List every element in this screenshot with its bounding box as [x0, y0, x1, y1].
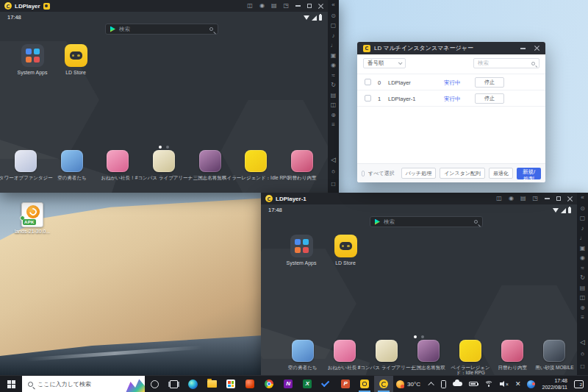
your-phone-icon[interactable] — [441, 380, 446, 388]
microsoft-store-button[interactable] — [221, 376, 240, 392]
dock-app[interactable]: 日替わり内室 — [279, 150, 325, 182]
app-icon[interactable] — [501, 340, 523, 362]
screenshot-icon[interactable]: ▣ — [580, 246, 586, 252]
volume-down-icon[interactable]: ♩ — [331, 43, 337, 49]
fullscreen-icon[interactable]: ▢ — [331, 23, 337, 29]
menu-icon[interactable]: ▤ — [520, 196, 526, 202]
stop-button[interactable]: 停止 — [475, 93, 504, 104]
colored-sphere-icon[interactable] — [527, 380, 535, 388]
instance-row[interactable]: 1 LDPlayer-1 実行中 停止 — [357, 90, 545, 107]
screen-record-icon[interactable]: ◉ — [331, 63, 336, 68]
ld-store-app[interactable]: LD Store — [54, 44, 98, 75]
network-icon[interactable] — [484, 381, 493, 388]
minimize-button[interactable] — [545, 198, 550, 199]
system-apps-folder[interactable]: System Apps — [279, 235, 323, 266]
rotate-icon[interactable]: ↻ — [331, 82, 336, 88]
app-icon[interactable] — [459, 340, 481, 362]
taskbar-clock[interactable]: 17:48 2022/08/11 — [542, 378, 567, 391]
app-icon[interactable] — [417, 340, 440, 362]
record-icon[interactable]: ◉ — [259, 3, 265, 9]
app-icon[interactable] — [61, 150, 83, 172]
maximize-button[interactable] — [307, 4, 312, 8]
shake-icon[interactable]: ≈ — [581, 266, 584, 271]
batch-process-button[interactable]: バッチ処理 — [401, 168, 437, 179]
file-explorer-button[interactable] — [202, 376, 221, 392]
screenshot-icon[interactable]: ▣ — [331, 53, 337, 59]
multi-window-icon[interactable]: ◫ — [331, 102, 337, 108]
keyboard-icon[interactable]: ▤ — [331, 93, 337, 99]
apk-install-icon[interactable]: ⊕ — [580, 305, 585, 311]
gift-icon[interactable] — [43, 3, 50, 10]
ld-store-app[interactable]: LD Store — [323, 235, 368, 266]
dock-app[interactable]: おねがい社長！ — [95, 150, 141, 182]
dock-app[interactable]: タワーオブファンタジー — [3, 150, 49, 182]
sort-dropdown[interactable]: 番号順 — [363, 58, 406, 68]
fullscreen-icon[interactable]: ▢ — [580, 215, 586, 221]
rotate-icon[interactable]: ↻ — [580, 275, 585, 281]
onedrive-icon[interactable] — [453, 382, 462, 386]
nav-back-icon[interactable]: ◁ — [331, 157, 336, 163]
nav-recents-icon[interactable]: □ — [331, 181, 335, 188]
ld-store-icon[interactable] — [334, 235, 357, 257]
row-checkbox[interactable] — [365, 79, 371, 85]
record-icon[interactable]: ◉ — [509, 196, 514, 202]
app-icon[interactable] — [245, 150, 267, 172]
edge-button[interactable] — [183, 376, 202, 392]
dock-app[interactable]: ベイラーレジェンド：Idle RPG — [233, 150, 279, 182]
close-button[interactable] — [318, 4, 323, 9]
todo-button[interactable] — [317, 376, 336, 392]
nav-home-icon[interactable]: ○ — [581, 351, 584, 357]
weather-widget[interactable]: 30°C — [393, 380, 423, 388]
ld-store-icon[interactable] — [65, 44, 87, 67]
volume-up-icon[interactable]: ♪ — [332, 33, 335, 39]
volume-down-icon[interactable]: ♩ — [580, 235, 586, 241]
action-center-button[interactable]: 2 — [574, 380, 584, 388]
volume-muted-icon[interactable]: × — [500, 381, 509, 388]
minimize-button[interactable] — [295, 5, 301, 7]
close-button[interactable] — [534, 46, 539, 51]
window2-titlebar[interactable]: LDPlayer-1 ◫ ◉ ▤ ◳ — [261, 193, 577, 204]
dock-app[interactable]: 黒い砂漠 MOBILE — [534, 340, 576, 375]
more-icon[interactable]: ≡ — [331, 122, 335, 128]
excel-button[interactable]: X — [298, 376, 317, 392]
play-search-bar[interactable]: 検索 — [370, 216, 483, 227]
system-apps-icon[interactable] — [290, 235, 313, 257]
app-icon[interactable] — [292, 340, 314, 362]
row-checkbox[interactable] — [365, 95, 371, 101]
more-icon[interactable]: ≡ — [581, 315, 584, 321]
office-button[interactable] — [240, 376, 259, 392]
manager-search-input[interactable]: 検索 — [473, 58, 539, 68]
dock-app[interactable]: 空の勇者たち — [49, 150, 96, 182]
dock-app[interactable]: 日替わり内室 — [492, 340, 534, 375]
menu-icon[interactable]: ▤ — [271, 3, 277, 9]
keyboard-icon[interactable]: ▤ — [580, 285, 586, 291]
app-icon[interactable] — [291, 150, 313, 172]
settings-icon[interactable]: ⊙ — [580, 206, 585, 212]
app-icon[interactable] — [199, 150, 221, 172]
taskbar-search-box[interactable]: ここに入力して検索 — [22, 376, 145, 392]
dock-app[interactable]: 三国志名将無双 — [407, 340, 449, 375]
maximize-button[interactable] — [556, 196, 561, 201]
apk-file-shortcut[interactable]: APK lands-21-30.0... — [9, 202, 56, 234]
dock-app[interactable]: 空の勇者たち — [282, 340, 323, 375]
app-icon[interactable] — [334, 340, 356, 362]
apk-install-icon[interactable]: ⊕ — [331, 113, 336, 118]
dock-app[interactable]: #コンパス ライブアリーナ — [365, 340, 407, 375]
new-clone-button[interactable]: 新規/複製 — [517, 168, 541, 179]
window1-titlebar[interactable]: LDPlayer ◫ ◉ ▤ ◳ — [0, 0, 328, 12]
arrange-instances-button[interactable]: インスタン配列 — [440, 168, 485, 179]
multi-instance-icon[interactable]: ◫ — [247, 3, 253, 9]
start-button[interactable] — [0, 376, 22, 392]
hidden-icons-chevron[interactable] — [428, 382, 434, 388]
app-icon[interactable] — [376, 340, 398, 362]
x-tray-icon[interactable]: ✕ — [515, 381, 521, 388]
collapse-sidebar-icon[interactable]: « — [581, 194, 584, 202]
multi-window-icon[interactable]: ◫ — [580, 295, 586, 301]
optimize-button[interactable]: 最適化 — [489, 168, 513, 179]
nav-back-icon[interactable]: ◁ — [580, 339, 585, 346]
topmost-icon[interactable]: ◳ — [283, 3, 289, 9]
close-button[interactable] — [567, 196, 573, 202]
screen-record-icon[interactable]: ◉ — [580, 255, 585, 261]
onenote-button[interactable]: N — [279, 376, 298, 392]
ldplayer-taskbar-button[interactable] — [374, 376, 393, 392]
